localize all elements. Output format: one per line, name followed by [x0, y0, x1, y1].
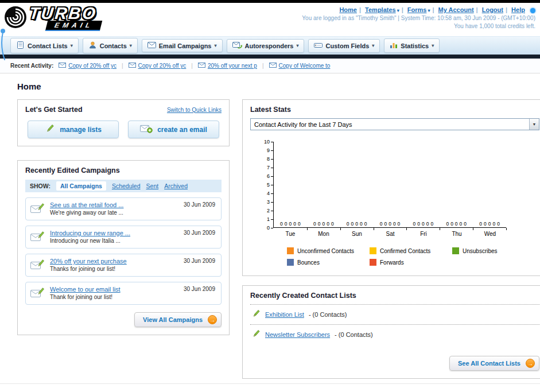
campaign-filter-all[interactable]: All Campaigns [56, 181, 106, 191]
recent-campaigns-panel: Recently Edited Campaigns SHOW: All Camp… [17, 160, 230, 335]
campaign-filter-sent[interactable]: Sent [146, 183, 159, 189]
campaign-date: 30 Jun 2009 [184, 230, 215, 236]
legend-swatch [370, 259, 376, 266]
recent-activity-link[interactable]: Copy of 20% off yc [138, 63, 187, 69]
campaign-text: Introducing our new range ... Introducin… [50, 230, 130, 244]
campaign-title-link[interactable]: See us at the retail food ... [50, 201, 123, 208]
pencil-icon [251, 329, 261, 340]
pencil-icon [251, 309, 261, 320]
logo-text: TURBO EMAIL [29, 5, 101, 31]
chart-value-label: 0 [497, 221, 500, 227]
chart-value-label: 0 [364, 221, 367, 227]
chart-value-label: 0 [479, 221, 482, 227]
chart-value-label: 0 [285, 221, 288, 227]
chart-value-label: 0 [347, 221, 349, 227]
manage-lists-button[interactable]: manage lists [28, 121, 119, 138]
chart-value-label: 0 [413, 221, 416, 227]
create-email-label: create an email [157, 126, 207, 134]
nav-tab-statistics[interactable]: Statistics ▾ [384, 38, 440, 53]
chart-value-label: 0 [417, 221, 420, 227]
envelope-icon [269, 63, 277, 69]
chart-value-label: 0 [322, 221, 325, 227]
switch-quick-links-link[interactable]: Switch to Quick Links [167, 107, 222, 113]
recent-activity-link[interactable]: 20% off your next p [208, 63, 257, 69]
header-links: Home| Templates▾| Forms▾| My Account| Lo… [302, 6, 535, 13]
campaign-row: See us at the retail food ... We're givi… [25, 197, 222, 220]
link-logout[interactable]: Logout [482, 6, 503, 13]
stats-period-dropdown[interactable]: Contact Activity for the Last 7 Days ▼ [250, 118, 539, 130]
campaign-title-link[interactable]: Introducing our new range ... [50, 230, 130, 236]
chart-x-label: Thu [440, 231, 473, 237]
nav-tab-email-campaigns[interactable]: Email Campaigns ▾ [142, 39, 223, 52]
right-column: Latest Stats Contact Activity for the La… [242, 99, 540, 379]
legend-swatch [287, 259, 294, 266]
separator: | [506, 6, 507, 13]
chart-value-label: 0 [389, 221, 391, 227]
view-all-campaigns-button[interactable]: View All Campaigns → [134, 312, 222, 327]
contact-list-link[interactable]: Exhibition List [265, 311, 304, 318]
chart-groups: 00000000000000000000000000000000000 [274, 142, 506, 227]
campaign-date: 30 Jun 2009 [184, 258, 215, 264]
recent-activity-link[interactable]: Copy of 20% off yc [68, 63, 116, 69]
view-all-campaigns-label: View All Campaigns [143, 316, 203, 323]
chart-group: 00000 [307, 142, 340, 227]
campaign-subtitle: Thanks for joining our list! [50, 266, 127, 272]
nav-tab-contacts[interactable]: Contacts ▾ [83, 38, 138, 53]
link-templates-label: Templates [365, 6, 396, 13]
recent-activity-item: 20% off your next p [198, 63, 257, 69]
chart-value-label: 0 [492, 221, 495, 227]
campaign-date: 30 Jun 2009 [184, 286, 215, 292]
recent-activity-item: Copy of 20% off yc [59, 63, 116, 69]
legend-label: Confirmed Contacts [380, 248, 430, 254]
campaign-row: Welcome to our email list Thank for join… [25, 282, 222, 305]
separator: | [359, 6, 361, 13]
contact-activity-chart: 109876543210 000000000000000000000000000… [259, 142, 539, 266]
chart-value-label: 0 [460, 221, 463, 227]
see-all-contact-lists-button[interactable]: See All Contact Lists → [449, 356, 539, 371]
link-forms[interactable]: Forms▾ [407, 6, 430, 13]
header-right: Home| Templates▾| Forms▾| My Account| Lo… [302, 5, 535, 35]
chart-value-label: 0 [380, 221, 383, 227]
chevron-down-icon: ▾ [397, 8, 399, 13]
chart-value-label: 0 [398, 221, 401, 227]
chart-value-label: 0 [293, 221, 296, 227]
recent-activity-link[interactable]: Copy of Welcome to [279, 63, 331, 69]
legend-label: Unsubscribes [463, 248, 498, 254]
campaign-filter-scheduled[interactable]: Scheduled [112, 183, 141, 189]
create-email-button[interactable]: create an email [128, 121, 219, 138]
contact-list-link[interactable]: Newsletter Subscribers [265, 331, 330, 338]
envelope-icon [59, 63, 66, 69]
campaign-title-link[interactable]: 20% off your next purchase [50, 258, 127, 265]
chart-value-label: 0 [384, 221, 387, 227]
campaign-title-link[interactable]: Welcome to our email list [50, 286, 121, 293]
chevron-down-icon: ▾ [130, 43, 132, 48]
chart-value-label: 0 [355, 221, 358, 227]
get-started-panel: Let's Get Started Switch to Quick Links … [17, 99, 230, 146]
app-logo[interactable]: TURBO EMAIL [3, 5, 101, 35]
stats-period-value: Contact Activity for the Last 7 Days [254, 121, 352, 128]
logo-turbo: TURBO [28, 5, 102, 22]
nav-tab-label: Email Campaigns [159, 42, 212, 49]
chart-group: 00000 [406, 142, 440, 227]
nav-tab-contact-lists[interactable]: Contact Lists ▾ [10, 38, 79, 53]
link-help[interactable]: Help [511, 6, 525, 13]
link-my-account[interactable]: My Account [438, 6, 474, 13]
contact-list-item: Exhibition List - (0 Contacts) [250, 305, 539, 324]
nav-tab-custom-fields[interactable]: Custom Fields ▾ [308, 39, 380, 53]
link-templates[interactable]: Templates▾ [365, 6, 399, 13]
chart-y-labels: 109876543210 [259, 142, 273, 228]
legend-item: Unconfirmed Contacts [287, 247, 370, 254]
pencil-icon [45, 124, 55, 135]
campaign-text: 20% off your next purchase Thanks for jo… [50, 258, 127, 272]
link-home[interactable]: Home [339, 6, 357, 13]
chart-value-label: 0 [351, 221, 354, 227]
session-info: You are logged in as "Timothy Smith" | S… [302, 15, 535, 21]
legend-item: Confirmed Contacts [370, 247, 452, 254]
latest-stats-title: Latest Stats [250, 106, 539, 114]
nav-tab-autoresponders[interactable]: Autoresponders ▾ [227, 39, 305, 53]
chart-value-label: 0 [360, 221, 363, 227]
legend-item: Forwards [370, 259, 452, 266]
campaign-filter-archived[interactable]: Archived [164, 183, 188, 189]
logo-email: EMAIL [54, 21, 95, 29]
contact-list-count: - (0 Contacts) [335, 331, 373, 338]
